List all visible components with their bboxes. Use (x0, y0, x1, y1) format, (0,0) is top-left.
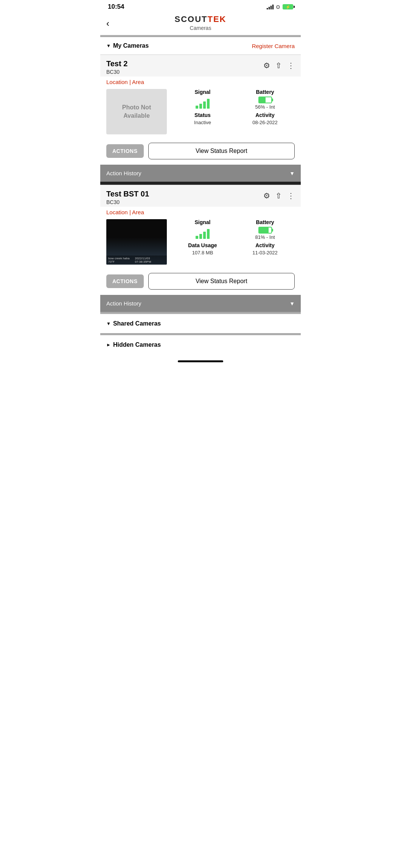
camera-info-bst01: Test BST 01 BC30 (106, 190, 149, 205)
my-cameras-section-header: ▼ My Cameras Register Camera (100, 37, 301, 55)
signal-graphic-bst01 (196, 227, 210, 239)
camera-name-test2: Test 2 (106, 59, 127, 68)
signal-graphic-test2 (196, 97, 210, 109)
back-button[interactable]: ‹ (106, 18, 109, 29)
share-icon-test2[interactable]: ⇧ (275, 61, 282, 70)
camera-stats-bst01: Signal Battery 81% - Int Data Usage (173, 219, 295, 256)
battery-graphic-test2 (258, 97, 272, 103)
data-usage-value-bst01: 107.8 MB (192, 250, 213, 256)
battery-value-bst01: 81% - Int (255, 234, 275, 240)
action-history-label-test2: Action History (106, 170, 141, 176)
battery-graphic-bst01 (258, 227, 272, 234)
actions-row-test2: ACTIONS View Status Report (100, 140, 301, 165)
view-status-button-bst01[interactable]: View Status Report (148, 273, 295, 290)
settings-icon-bst01[interactable]: ⚙ (263, 191, 270, 200)
status-bar: 10:54 ⊙ ⚡ (100, 0, 301, 12)
shared-cameras-title[interactable]: ▼ Shared Cameras (106, 320, 295, 327)
logo-tek: TEK (208, 14, 227, 24)
my-cameras-arrow-icon: ▼ (106, 43, 111, 48)
settings-icon-test2[interactable]: ⚙ (263, 61, 270, 70)
camera-content-test2: Photo NotAvailable Signal Battery 56% - (100, 89, 301, 140)
camera-model-bst01: BC30 (106, 199, 149, 205)
activity-stat-bst01: Activity 11-03-2022 (235, 242, 295, 256)
camera-action-icons-test2: ⚙ ⇧ ⋮ (263, 59, 295, 70)
status-icons: ⊙ ⚡ (267, 4, 293, 10)
hidden-cameras-label: Hidden Cameras (113, 341, 161, 348)
camera-header-bst01: Test BST 01 BC30 ⚙ ⇧ ⋮ (100, 185, 301, 207)
action-history-label-bst01: Action History (106, 300, 141, 307)
signal-icon (267, 4, 274, 9)
activity-label-bst01: Activity (255, 242, 275, 248)
shared-cameras-arrow-icon: ▼ (106, 321, 111, 326)
actions-button-test2[interactable]: ACTIONS (106, 144, 144, 158)
share-icon-bst01[interactable]: ⇧ (275, 191, 282, 200)
battery-label-test2: Battery (256, 89, 274, 95)
hidden-cameras-title[interactable]: ► Hidden Cameras (106, 341, 295, 348)
status-time: 10:54 (108, 3, 124, 11)
activity-label-test2: Activity (255, 112, 275, 118)
signal-label-test2: Signal (194, 89, 210, 95)
action-history-bar-test2[interactable]: Action History ▼ (100, 165, 301, 182)
hidden-cameras-section: ► Hidden Cameras (100, 335, 301, 354)
actions-row-bst01: ACTIONS View Status Report (100, 270, 301, 295)
more-icon-test2[interactable]: ⋮ (287, 61, 295, 70)
camera-photo-test2: Photo NotAvailable (106, 89, 167, 134)
photo-overlay-right: 2022/11/03 07:38:35PM (135, 257, 165, 263)
battery-icon: ⚡ (283, 4, 293, 9)
more-icon-bst01[interactable]: ⋮ (287, 191, 295, 200)
battery-stat-test2: Battery 56% - Int (235, 89, 295, 110)
actions-button-bst01[interactable]: ACTIONS (106, 274, 144, 288)
camera-photo-overlay-bst01: bow creek haha 73°F 2022/11/03 07:38:35P… (106, 256, 167, 265)
my-cameras-label: My Cameras (113, 42, 149, 49)
signal-stat-test2: Signal (173, 89, 232, 110)
signal-stat-bst01: Signal (173, 219, 232, 240)
activity-value-bst01: 11-03-2022 (252, 250, 278, 256)
activity-value-test2: 08-26-2022 (252, 120, 278, 125)
action-history-bar-bst01[interactable]: Action History ▼ (100, 295, 301, 312)
camera-location-bst01: Location | Area (100, 207, 301, 219)
register-camera-link[interactable]: Register Camera (252, 43, 295, 49)
action-history-chevron-bst01: ▼ (289, 301, 295, 307)
photo-overlay-left: bow creek haha 73°F (108, 257, 135, 263)
camera-name-bst01: Test BST 01 (106, 190, 149, 198)
camera-info-test2: Test 2 BC30 (106, 59, 127, 75)
activity-stat-test2: Activity 08-26-2022 (235, 112, 295, 125)
battery-value-test2: 56% - Int (255, 104, 275, 110)
battery-stat-bst01: Battery 81% - Int (235, 219, 295, 240)
app-header: ‹ SCOUT TEK Cameras (100, 12, 301, 35)
battery-label-bst01: Battery (256, 219, 274, 225)
app-logo: SCOUT TEK (106, 14, 295, 24)
data-usage-label-bst01: Data Usage (188, 242, 217, 248)
signal-label-bst01: Signal (194, 219, 210, 225)
status-label-test2: Status (194, 112, 211, 118)
data-usage-stat-bst01: Data Usage 107.8 MB (173, 242, 232, 256)
my-cameras-title[interactable]: ▼ My Cameras (106, 42, 149, 49)
photo-unavailable-text: Photo NotAvailable (122, 103, 151, 120)
camera-card-test2: Test 2 BC30 ⚙ ⇧ ⋮ Location | Area Photo … (100, 55, 301, 182)
status-stat-test2: Status Inactive (173, 112, 232, 125)
logo-scout: SCOUT (175, 14, 208, 24)
camera-model-test2: BC30 (106, 69, 127, 75)
view-status-button-test2[interactable]: View Status Report (148, 143, 295, 159)
camera-content-bst01: bow creek haha 73°F 2022/11/03 07:38:35P… (100, 219, 301, 270)
camera-card-bst01: Test BST 01 BC30 ⚙ ⇧ ⋮ Location | Area b… (100, 185, 301, 312)
shared-cameras-section: ▼ Shared Cameras (100, 314, 301, 333)
camera-action-icons-bst01: ⚙ ⇧ ⋮ (263, 190, 295, 200)
action-history-chevron-test2: ▼ (289, 170, 295, 176)
divider-1 (100, 182, 301, 185)
camera-location-test2: Location | Area (100, 76, 301, 89)
page-title: Cameras (106, 25, 295, 31)
camera-stats-test2: Signal Battery 56% - Int Status Ina (173, 89, 295, 125)
camera-header-test2: Test 2 BC30 ⚙ ⇧ ⋮ (100, 55, 301, 76)
wifi-icon: ⊙ (276, 4, 280, 10)
shared-cameras-label: Shared Cameras (113, 320, 161, 327)
status-value-test2: Inactive (194, 120, 211, 125)
camera-photo-bst01: bow creek haha 73°F 2022/11/03 07:38:35P… (106, 219, 167, 265)
home-indicator (178, 360, 223, 362)
hidden-cameras-arrow-icon: ► (106, 342, 111, 348)
